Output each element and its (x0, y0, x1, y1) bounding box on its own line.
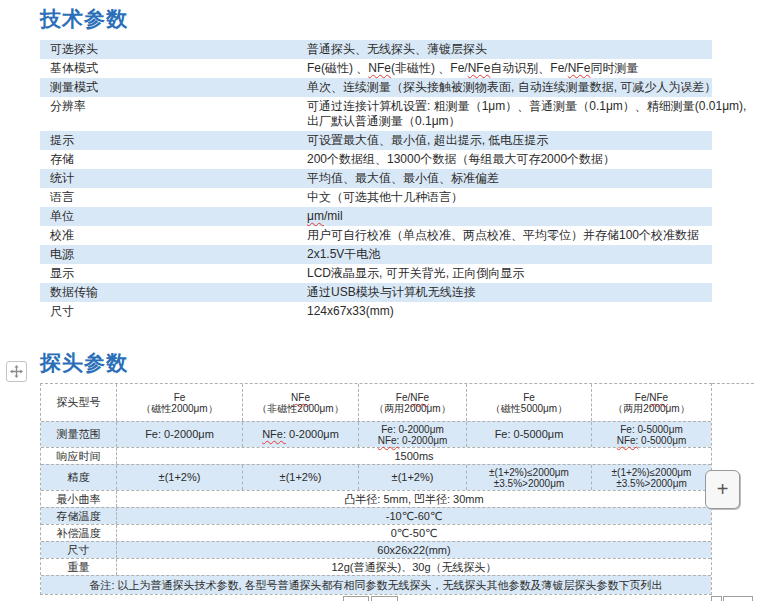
spec-value: 单次、连续测量（探头接触被测物表面, 自动连续测量数据, 可减少人为误差） (307, 80, 716, 95)
cell-line: NFe: 0-5000μm (617, 435, 687, 446)
spec-row: 显示LCD液晶显示, 可开关背光, 正向倒向显示 (40, 264, 712, 283)
probe-row-label: 探头型号 (41, 384, 116, 421)
text-segment: LCD液晶显示, 可开关背光, 正向倒向显示 (307, 266, 524, 280)
next-page-table-fragment (371, 596, 398, 601)
spec-value: 普通探头、无线探头、薄镀层探头 (307, 42, 487, 57)
cell-line: Fe: 0-2000μm (381, 424, 443, 435)
spec-label: 校准 (40, 228, 307, 243)
text-segment: 备注: 以上为普通探头技术参数, 各型号普通探头都有相同参数无线探头，无线探头其… (89, 579, 662, 591)
cell-line: （两用2000μm） (374, 403, 450, 414)
text-segment: 124x67x33(mm) (307, 304, 394, 318)
next-page-table-fragment (343, 596, 369, 601)
cell-line: （磁性5000μm） (491, 403, 567, 414)
probe-row: 精度±(1+2%)±(1+2%)±(1+2%)±(1+2%)≤2000μm±3.… (41, 464, 711, 490)
spec-row: 语言中文（可选其他十几种语言） (40, 188, 712, 207)
spec-value: 通过USB模块与计算机无线连接 (307, 285, 476, 300)
text-segment: Fe (523, 392, 535, 403)
probe-merged-cell: 凸半径: 5mm, 凹半径: 30mm (116, 491, 711, 507)
probe-row: 响应时间1500ms (41, 447, 711, 464)
cell-line: （非磁性2000μm） (257, 403, 343, 414)
cell-line: Fe/NFe (635, 392, 668, 403)
text-segment: 60x26x22(mm) (377, 544, 450, 556)
text-segment: Fe(磁性) 、 (307, 61, 368, 75)
probe-merged-cell: 60x26x22(mm) (116, 542, 711, 558)
text-segment: 同时测量 (590, 61, 638, 75)
text-segment: （两用2000μm） (613, 403, 689, 414)
spec-value: 中文（可选其他十几种语言） (307, 190, 463, 205)
probe-merged-cell: -10℃-60℃ (116, 508, 711, 524)
text-segment: 0-5000μm (638, 435, 686, 446)
probe-cell: ±(1+2%) (116, 465, 242, 490)
text-segment: 2x1.5V干电池 (307, 247, 380, 261)
spec-label: 分辨率 (40, 99, 307, 114)
cell-line: ±(1+2%) (280, 471, 322, 484)
text-segment: （磁性5000μm） (491, 403, 567, 414)
misspelled-text: NFe: (262, 428, 286, 440)
text-segment: 通过USB模块与计算机无线连接 (307, 285, 476, 299)
cell-line: NFe: 0-2000μm (378, 435, 448, 446)
cell-line: NFe: 0-2000μm (262, 428, 339, 441)
text-segment: 12g(普通探头)、30g（无线探头） (331, 561, 496, 573)
text-segment: ±(1+2%) (392, 471, 434, 483)
cell-line: 0℃-50℃ (391, 527, 438, 540)
probe-note-cell: 备注: 以上为普通探头技术参数, 各型号普通探头都有相同参数无线探头，无线探头其… (41, 576, 711, 594)
probe-cell: Fe（磁性2000μm） (116, 384, 242, 421)
text-segment: -10℃-60℃ (386, 510, 443, 522)
text-segment: （磁性2000μm） (141, 403, 217, 414)
spec-label: 单位 (40, 209, 307, 224)
text-segment: Fe: 0-5000μm (495, 428, 564, 440)
misspelled-text: μm (307, 209, 324, 223)
text-segment: 用户可自行校准（单点校准、两点校准、平均零位）并存储100个校准数据 (307, 228, 699, 242)
text-segment: ±(1+2%) (280, 471, 322, 483)
probe-row: 补偿温度0℃-50℃ (41, 524, 711, 541)
cell-line: Fe (174, 392, 186, 403)
probe-cell: ±(1+2%) (358, 465, 466, 490)
spec-row: 基体模式Fe(磁性) 、NFe(非磁性) 、Fe/NFe自动识别、Fe/NFe同… (40, 59, 712, 78)
probe-row-label: 重量 (41, 559, 116, 575)
cell-line: 60x26x22(mm) (377, 544, 450, 557)
cell-line: Fe: 0-5000μm (620, 424, 682, 435)
cell-line: ±3.5%>2000μm (616, 478, 686, 489)
tech-params-table: 可选探头普通探头、无线探头、薄镀层探头基体模式Fe(磁性) 、NFe(非磁性) … (40, 40, 712, 321)
cell-line: 凸半径: 5mm, 凹半径: 30mm (344, 493, 483, 506)
spec-label: 可选探头 (40, 42, 307, 57)
probe-cell: NFe（非磁性2000μm） (242, 384, 358, 421)
spec-value: Fe(磁性) 、NFe(非磁性) 、Fe/NFe自动识别、Fe/NFe同时测量 (307, 61, 638, 76)
spec-value: 124x67x33(mm) (307, 304, 394, 319)
text-segment: Fe/ (396, 392, 410, 403)
text-segment: ±(1+2%)≤2000μm (489, 467, 569, 478)
probe-cell: Fe: 0-2000μm (116, 422, 242, 447)
spec-value: 2x1.5V干电池 (307, 247, 380, 262)
table-move-handle[interactable] (6, 361, 27, 382)
cell-line: ±(1+2%)≤2000μm (489, 467, 569, 478)
cell-line: ±(1+2%) (159, 471, 201, 484)
add-button[interactable]: + (705, 470, 740, 509)
probe-cell: Fe: 0-2000μmNFe: 0-2000μm (358, 422, 466, 447)
misspelled-text: NFe (649, 392, 668, 403)
text-segment: (非磁性) 、Fe/ (391, 61, 468, 75)
text-segment: 0℃-50℃ (391, 527, 438, 539)
probe-row: 尺寸60x26x22(mm) (41, 541, 711, 558)
text-segment: ±(1+2%)≤2000μm (612, 467, 692, 478)
text-segment: 可通过连接计算机设置: 粗测量（1μm）、普通测量（0.1μm）、精细测量(0.… (307, 99, 746, 113)
spec-label: 语言 (40, 190, 307, 205)
probe-row-label: 尺寸 (41, 542, 116, 558)
plus-icon: + (717, 478, 729, 501)
text-segment: 200个数据组、13000个数据（每组最大可存2000个数据） (307, 152, 615, 166)
misspelled-text: NFe (568, 61, 591, 75)
probe-cell: Fe: 0-5000μmNFe: 0-5000μm (591, 422, 711, 447)
text-segment: 中文（可选其他十几种语言） (307, 190, 463, 204)
spec-value: LCD液晶显示, 可开关背光, 正向倒向显示 (307, 266, 524, 281)
misspelled-text: NFe: (617, 435, 639, 446)
probe-row: 最小曲率凸半径: 5mm, 凹半径: 30mm (41, 490, 711, 507)
cell-line: ±(1+2%) (392, 471, 434, 484)
spec-label: 数据传输 (40, 285, 307, 300)
text-segment: 自动识别、Fe/ (490, 61, 567, 75)
text-segment: ±(1+2%) (159, 471, 201, 483)
misspelled-text: NFe (291, 392, 310, 403)
spec-row: 可选探头普通探头、无线探头、薄镀层探头 (40, 40, 712, 59)
spec-row: 存储200个数据组、13000个数据（每组最大可存2000个数据） (40, 150, 712, 169)
misspelled-text: NFe: (378, 435, 400, 446)
text-segment: （两用2000μm） (374, 403, 450, 414)
text-segment: 可设置最大值、最小值, 超出提示, 低电压提示 (307, 133, 548, 147)
